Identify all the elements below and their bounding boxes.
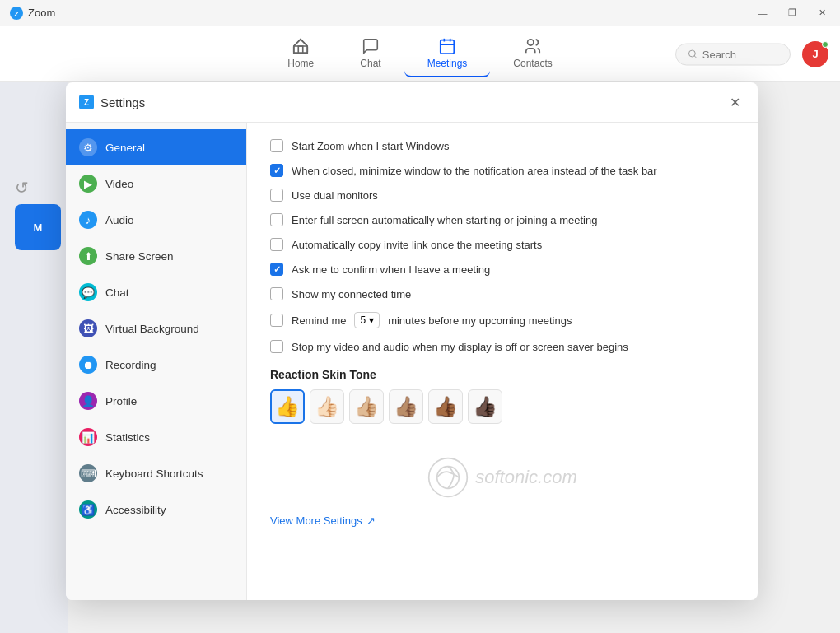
- nav-tab-chat[interactable]: Chat: [337, 30, 404, 77]
- remind-minutes-value: 5: [360, 314, 366, 326]
- setting-start-zoom: Start Zoom when I start Windows: [270, 139, 735, 152]
- sidebar-item-recording[interactable]: ⏺ Recording: [66, 347, 246, 383]
- setting-copy-invite: Automatically copy invite link once the …: [270, 238, 735, 251]
- setting-dual-monitors: Use dual monitors: [270, 189, 735, 202]
- skin-tone-1[interactable]: 👍: [270, 389, 305, 424]
- chat-nav-icon: [362, 37, 380, 55]
- dialog-close-button[interactable]: ✕: [725, 92, 744, 112]
- settings-dialog: Z Settings ✕ ⚙ General ▶ Video ♪ Audio ⬆…: [66, 82, 758, 600]
- audio-label: Audio: [105, 214, 134, 226]
- confirm-leave-checkbox[interactable]: [270, 263, 283, 276]
- skin-tone-5[interactable]: 👍🏾: [428, 389, 463, 424]
- start-zoom-checkbox[interactable]: [270, 139, 283, 152]
- connected-time-label: Show my connected time: [292, 288, 411, 300]
- sidebar-item-profile[interactable]: 👤 Profile: [66, 383, 246, 419]
- sidebar-item-general[interactable]: ⚙ General: [66, 129, 246, 165]
- share-screen-label: Share Screen: [105, 250, 174, 263]
- view-more-label: View More Settings: [270, 514, 362, 527]
- sidebar-item-audio[interactable]: ♪ Audio: [66, 202, 246, 238]
- dialog-zoom-icon: Z: [79, 95, 94, 109]
- sidebar-item-keyboard-shortcuts[interactable]: ⌨ Keyboard Shortcuts: [66, 455, 246, 491]
- bg-left-panel: ↺ M: [0, 82, 68, 633]
- setting-confirm-leave: Ask me to confirm when I leave a meeting: [270, 263, 735, 276]
- chat-nav-label: Chat: [360, 58, 380, 69]
- nav-tab-home[interactable]: Home: [264, 30, 337, 77]
- svg-rect-3: [441, 40, 455, 54]
- connected-time-checkbox[interactable]: [270, 287, 283, 300]
- chat-settings-icon: 💬: [79, 283, 97, 301]
- stop-video-audio-checkbox[interactable]: [270, 340, 283, 353]
- sidebar-item-virtual-background[interactable]: 🖼 Virtual Background: [66, 310, 246, 347]
- title-bar: Z Zoom — ❐ ✕: [0, 0, 840, 26]
- keyboard-shortcuts-icon: ⌨: [79, 464, 97, 482]
- close-button[interactable]: ✕: [810, 5, 833, 21]
- svg-point-8: [688, 50, 695, 57]
- watermark-text: softonic.com: [475, 467, 577, 488]
- nav-tabs: Home Chat Meetings: [264, 30, 575, 77]
- skin-tone-3[interactable]: 👍🏼: [349, 389, 384, 424]
- virtual-background-icon: 🖼: [79, 319, 97, 337]
- skin-tone-2[interactable]: 👍🏻: [310, 389, 344, 424]
- virtual-background-label: Virtual Background: [105, 323, 199, 335]
- settings-sidebar: ⚙ General ▶ Video ♪ Audio ⬆ Share Screen…: [66, 123, 247, 600]
- nav-bar: Home Chat Meetings: [0, 26, 840, 82]
- avatar-initials: J: [812, 48, 818, 60]
- svg-point-7: [528, 40, 534, 45]
- search-bar[interactable]: [675, 43, 791, 65]
- keyboard-shortcuts-label: Keyboard Shortcuts: [105, 468, 203, 480]
- meetings-icon: [438, 37, 456, 55]
- nav-tab-meetings[interactable]: Meetings: [404, 30, 491, 77]
- sidebar-item-video[interactable]: ▶ Video: [66, 165, 246, 202]
- view-more-settings-link[interactable]: View More Settings ↗: [270, 514, 735, 527]
- minimize-button[interactable]: —: [751, 5, 774, 21]
- recording-icon: ⏺: [79, 356, 97, 374]
- remind-minutes-checkbox[interactable]: [270, 314, 283, 327]
- refresh-icon[interactable]: ↺: [15, 178, 29, 198]
- accessibility-label: Accessibility: [105, 504, 166, 516]
- general-label: General: [105, 142, 145, 154]
- copy-invite-label: Automatically copy invite link once the …: [292, 239, 542, 251]
- remind-me-after-label: minutes before my upcoming meetings: [388, 314, 572, 327]
- start-zoom-label: Start Zoom when I start Windows: [292, 140, 449, 152]
- share-screen-icon: ⬆: [79, 247, 97, 265]
- dual-monitors-checkbox[interactable]: [270, 189, 283, 202]
- profile-label: Profile: [105, 395, 137, 407]
- skin-tone-6[interactable]: 👍🏿: [468, 389, 502, 424]
- home-icon: [292, 37, 310, 55]
- statistics-icon: 📊: [79, 428, 97, 446]
- avatar[interactable]: J: [802, 41, 828, 67]
- remind-minutes-dropdown[interactable]: 5 ▾: [354, 312, 380, 328]
- search-input[interactable]: [702, 48, 778, 60]
- watermark: softonic.com: [270, 457, 735, 498]
- home-label: Home: [287, 58, 314, 69]
- view-more-icon: ↗: [366, 514, 376, 527]
- watermark-icon: [427, 457, 469, 498]
- sidebar-item-statistics[interactable]: 📊 Statistics: [66, 419, 246, 455]
- reaction-skin-tone-title: Reaction Skin Tone: [270, 368, 735, 381]
- dialog-title-section: Z Settings: [79, 95, 145, 109]
- accessibility-icon: ♿: [79, 500, 97, 519]
- fullscreen-auto-checkbox[interactable]: [270, 213, 283, 226]
- sidebar-item-share-screen[interactable]: ⬆ Share Screen: [66, 238, 246, 274]
- confirm-leave-label: Ask me to confirm when I leave a meeting: [292, 263, 490, 276]
- contacts-icon: [524, 37, 542, 55]
- svg-line-9: [694, 56, 696, 58]
- maximize-button[interactable]: ❐: [781, 5, 804, 21]
- sidebar-item-accessibility[interactable]: ♿ Accessibility: [66, 491, 246, 528]
- svg-rect-2: [294, 46, 308, 53]
- nav-tab-contacts[interactable]: Contacts: [490, 30, 575, 77]
- setting-fullscreen-auto: Enter full screen automatically when sta…: [270, 213, 735, 226]
- dialog-body: ⚙ General ▶ Video ♪ Audio ⬆ Share Screen…: [66, 123, 758, 600]
- dual-monitors-label: Use dual monitors: [292, 189, 378, 202]
- profile-icon: 👤: [79, 392, 97, 410]
- skin-tone-4[interactable]: 👍🏽: [389, 389, 423, 424]
- bg-blue-rect: M: [15, 204, 61, 250]
- copy-invite-checkbox[interactable]: [270, 238, 283, 251]
- recording-label: Recording: [105, 359, 156, 371]
- sidebar-item-chat[interactable]: 💬 Chat: [66, 274, 246, 310]
- minimize-on-close-checkbox[interactable]: [270, 164, 283, 177]
- app-logo: Z Zoom: [10, 7, 55, 20]
- setting-remind-minutes: Remind me 5 ▾ minutes before my upcoming…: [270, 312, 735, 328]
- minimize-on-close-label: When closed, minimize window to the noti…: [292, 165, 657, 177]
- setting-minimize-on-close: When closed, minimize window to the noti…: [270, 164, 735, 177]
